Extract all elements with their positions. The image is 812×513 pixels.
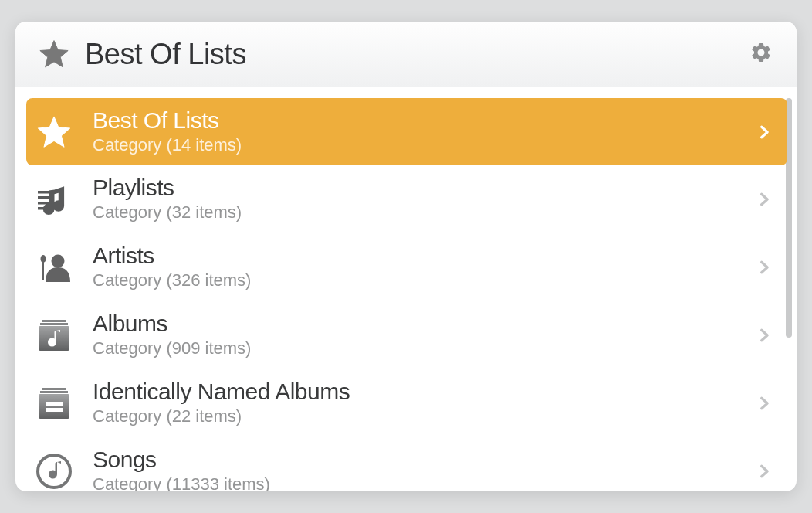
- star-icon: [37, 37, 71, 71]
- list-item-text: Best Of Lists Category (14 items): [93, 107, 756, 156]
- chevron-right-icon: [756, 256, 772, 278]
- gear-icon: [749, 41, 773, 67]
- list-item-title: Playlists: [93, 175, 756, 202]
- songs-icon: [34, 451, 74, 491]
- svg-rect-7: [42, 320, 66, 322]
- svg-rect-12: [39, 394, 69, 419]
- chevron-right-icon: [756, 460, 772, 482]
- chevron-right-icon: [756, 121, 772, 143]
- list-item-subtitle: Category (14 items): [93, 134, 756, 157]
- list-item-title: Best Of Lists: [93, 107, 756, 134]
- list-item-subtitle: Category (11333 items): [93, 474, 756, 491]
- star-icon: [34, 112, 74, 152]
- panel-header: Best Of Lists: [15, 22, 797, 87]
- list-item-title: Albums: [93, 311, 756, 338]
- list-item-subtitle: Category (32 items): [93, 202, 756, 224]
- browser-panel: Best Of Lists Best Of Lists Category (14…: [15, 22, 797, 491]
- list-item-subtitle: Category (22 items): [93, 406, 756, 428]
- list-item-text: Playlists Category (32 items): [93, 175, 756, 223]
- svg-rect-13: [46, 402, 63, 406]
- list-item-identical-albums[interactable]: Identically Named Albums Category (22 it…: [26, 369, 787, 437]
- list-item-text: Albums Category (909 items): [93, 311, 756, 359]
- list-item-albums[interactable]: Albums Category (909 items): [26, 301, 787, 369]
- category-list: Best Of Lists Category (14 items): [15, 87, 797, 491]
- artists-icon: [34, 247, 74, 287]
- identical-albums-icon: [34, 383, 74, 423]
- list-item-text: Identically Named Albums Category (22 it…: [93, 379, 756, 427]
- list-item-title: Identically Named Albums: [93, 379, 756, 406]
- list-item-artists[interactable]: Artists Category (326 items): [26, 233, 787, 301]
- svg-rect-5: [42, 262, 44, 280]
- list-item-best-of-lists[interactable]: Best Of Lists Category (14 items): [26, 98, 787, 165]
- chevron-right-icon: [756, 324, 772, 346]
- list-item-songs[interactable]: Songs Category (11333 items): [26, 437, 787, 491]
- list-item-text: Artists Category (326 items): [93, 243, 756, 291]
- list-item-title: Artists: [93, 243, 756, 270]
- svg-point-4: [41, 255, 46, 263]
- svg-rect-9: [39, 326, 69, 351]
- svg-rect-14: [46, 408, 63, 412]
- list-item-text: Songs Category (11333 items): [93, 447, 756, 491]
- settings-button[interactable]: [747, 40, 775, 68]
- svg-point-6: [52, 254, 65, 267]
- list-item-subtitle: Category (326 items): [93, 270, 756, 292]
- svg-rect-10: [42, 388, 66, 390]
- svg-rect-0: [38, 191, 50, 194]
- svg-rect-8: [40, 323, 68, 325]
- list-item-subtitle: Category (909 items): [93, 338, 756, 360]
- albums-icon: [34, 315, 74, 355]
- svg-rect-11: [40, 391, 68, 393]
- svg-rect-1: [38, 196, 50, 199]
- list-item-title: Songs: [93, 447, 756, 474]
- playlists-icon: [34, 179, 74, 219]
- panel-title: Best Of Lists: [85, 38, 747, 71]
- chevron-right-icon: [756, 392, 772, 414]
- list-item-playlists[interactable]: Playlists Category (32 items): [26, 165, 787, 233]
- chevron-right-icon: [756, 189, 772, 210]
